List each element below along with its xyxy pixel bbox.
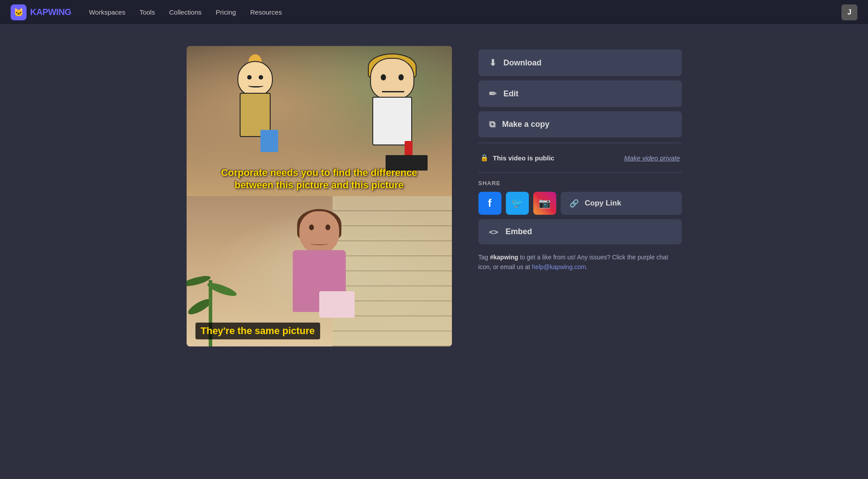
nav-workspaces[interactable]: Workspaces <box>89 8 125 16</box>
divider-1 <box>478 143 682 143</box>
navbar: 🐱 KAPWING Workspaces Tools Collections P… <box>0 0 868 25</box>
page-content: Corporate needs you to find the differen… <box>125 25 744 368</box>
make-private-link[interactable]: Make video private <box>624 154 680 162</box>
edit-label: Edit <box>504 89 519 99</box>
woman-body <box>293 250 346 312</box>
meme-top: Corporate needs you to find the differen… <box>187 46 452 196</box>
edit-button[interactable]: ✏ Edit <box>478 80 682 107</box>
character-right <box>359 58 425 173</box>
woman-head <box>299 211 339 253</box>
download-label: Download <box>504 58 542 68</box>
meme-bottom-caption: They're the same picture <box>195 323 320 339</box>
char-body <box>240 93 271 137</box>
nav-collections[interactable]: Collections <box>169 8 201 16</box>
anime-head <box>370 58 414 100</box>
meme-bottom: They're the same picture <box>187 196 452 346</box>
instagram-button[interactable]: 📷 <box>533 192 556 215</box>
share-row: f 🐦 📷 🔗 Copy Link <box>478 192 682 215</box>
tag-line: Tag #kapwing to get a like from us! Any … <box>478 249 682 272</box>
embed-button[interactable]: <> Embed <box>478 219 682 244</box>
tag-prefix: Tag <box>478 254 490 261</box>
character-left <box>226 61 284 171</box>
make-copy-label: Make a copy <box>502 120 550 129</box>
twitter-button[interactable]: 🐦 <box>506 192 529 215</box>
anime-body <box>372 97 412 145</box>
nav-links: Workspaces Tools Collections Pricing Res… <box>89 8 841 16</box>
make-copy-button[interactable]: ⧉ Make a copy <box>478 111 682 137</box>
user-avatar[interactable]: J <box>841 4 857 20</box>
divider-2 <box>478 172 682 173</box>
nav-resources[interactable]: Resources <box>250 8 282 16</box>
twitter-icon: 🐦 <box>511 198 523 209</box>
char-shirt <box>260 130 278 152</box>
support-email-link[interactable]: help@kapwing.com <box>532 263 586 270</box>
logo[interactable]: 🐱 KAPWING <box>11 4 71 20</box>
facebook-icon: f <box>488 197 492 209</box>
meme-top-caption: Corporate needs you to find the differen… <box>187 167 452 192</box>
copy-link-label: Copy Link <box>585 199 621 208</box>
privacy-text: This video is public <box>493 154 554 162</box>
copy-icon: ⧉ <box>489 119 495 129</box>
meme-image: Corporate needs you to find the differen… <box>187 46 452 346</box>
nav-pricing[interactable]: Pricing <box>216 8 236 16</box>
logo-text: KAPWING <box>30 7 71 17</box>
privacy-left: 🔒 This video is public <box>480 154 554 162</box>
woman-shirt <box>319 291 355 318</box>
privacy-row: 🔒 This video is public Make video privat… <box>478 148 682 167</box>
tag-suffix: . <box>586 263 588 270</box>
download-icon: ⬇ <box>489 57 497 68</box>
embed-label: Embed <box>505 227 532 236</box>
copy-link-button[interactable]: 🔗 Copy Link <box>561 192 682 215</box>
action-panel: ⬇ Download ✏ Edit ⧉ Make a copy 🔒 This v… <box>478 46 682 272</box>
link-icon: 🔗 <box>570 199 579 208</box>
share-label: SHARE <box>478 178 682 187</box>
download-button[interactable]: ⬇ Download <box>478 49 682 76</box>
instagram-icon: 📷 <box>539 198 551 209</box>
embed-icon: <> <box>489 227 499 236</box>
woman-figure <box>275 211 363 335</box>
nav-tools[interactable]: Tools <box>139 8 155 16</box>
char-head <box>237 61 273 96</box>
tag-hashtag: #kapwing <box>490 254 518 261</box>
edit-icon: ✏ <box>489 88 497 99</box>
facebook-button[interactable]: f <box>478 192 501 215</box>
lock-icon: 🔒 <box>480 154 489 162</box>
meme-display: Corporate needs you to find the differen… <box>187 46 452 346</box>
logo-icon: 🐱 <box>11 4 27 20</box>
